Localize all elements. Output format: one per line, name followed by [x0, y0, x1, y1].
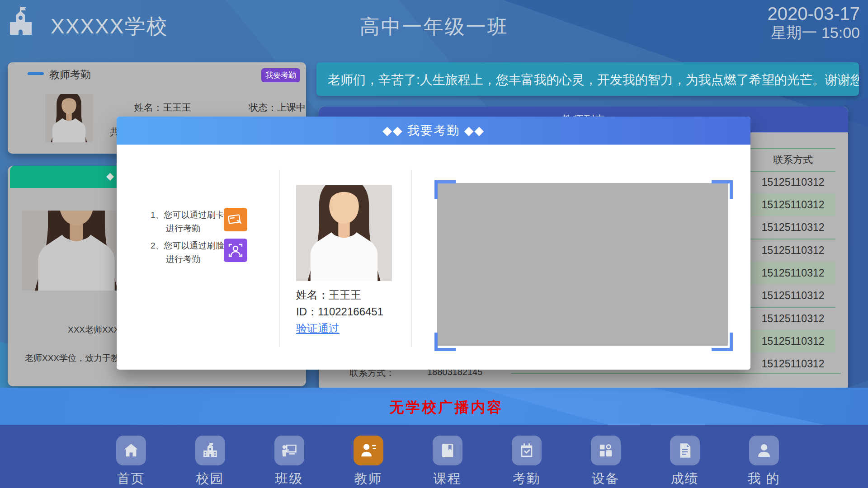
- datetime: 2020-03-17 星期一 15:00: [767, 4, 860, 42]
- broadcast-text: 无学校广播内容: [0, 398, 868, 418]
- attendance-modal: ◆◆ 我要考勤 ◆◆ 1、您可以通过刷卡 进行考勤 2、您可以通过刷脸 进行考勤: [117, 117, 750, 370]
- instruction-2: 2、您可以通过刷脸 进行考勤: [151, 239, 224, 266]
- nav-item-home[interactable]: 首页: [91, 425, 170, 488]
- table-row[interactable]: 15125110312: [750, 193, 835, 216]
- broadcast-bar: 无学校广播内容: [0, 388, 868, 425]
- teacher-status: 状态：上课中: [249, 101, 306, 114]
- camera-bracket: [434, 333, 456, 351]
- devices-icon: [596, 441, 615, 460]
- verified-teacher-info: 姓名：王王王 ID：11022166451 验证通过: [296, 286, 383, 337]
- camera-bracket: [712, 180, 733, 199]
- courses-icon: [438, 441, 457, 460]
- table-row[interactable]: 15125110312: [750, 307, 835, 330]
- modal-title: ◆◆ 我要考勤 ◆◆: [117, 117, 750, 145]
- nav-item-attendance[interactable]: 考勤: [487, 425, 566, 488]
- camera-bracket: [434, 180, 456, 199]
- nav-item-grades[interactable]: 成绩: [645, 425, 724, 488]
- column-header-contact: 联系方式: [750, 149, 835, 171]
- table-row[interactable]: 15125110312: [750, 262, 835, 284]
- table-row[interactable]: 15125110312: [750, 352, 835, 375]
- class-icon: [280, 441, 299, 460]
- grades-icon: [675, 441, 694, 460]
- teacher-name: 姓名：王王王: [134, 101, 191, 114]
- camera-preview-area: [437, 183, 728, 346]
- diamond-icon: ◆: [106, 170, 114, 182]
- nav-item-devices[interactable]: 设备: [566, 425, 645, 488]
- instruction-1: 1、您可以通过刷卡 进行考勤: [151, 208, 224, 235]
- table-row[interactable]: 15125110312: [750, 171, 835, 193]
- nav-item-class[interactable]: 班级: [250, 425, 329, 488]
- attendance-icon: [517, 441, 536, 460]
- weekday-time-text: 星期一 15:00: [767, 23, 860, 42]
- panel-title: 教师考勤: [49, 68, 91, 82]
- teacher-message-bar: 老师们，辛苦了:人生旅程上，您丰富我的心灵，开发我的智力，为我点燃了希望的光芒。…: [316, 62, 859, 96]
- intro-line: 老师XXX学位，致力于教育: [25, 352, 128, 364]
- modal-teacher-id: ID：11022166451: [296, 303, 383, 320]
- table-row[interactable]: 15125110312: [750, 216, 835, 239]
- bottom-nav: 首页 校园 班级: [0, 425, 868, 488]
- verified-teacher-photo: [296, 185, 392, 281]
- profile-icon: [755, 441, 774, 460]
- home-icon: [122, 441, 141, 460]
- table-row[interactable]: 15125110312: [750, 330, 835, 352]
- face-scan-icon: [224, 239, 247, 262]
- nav-item-teacher[interactable]: 教师: [329, 425, 408, 488]
- message-text: 老师们，辛苦了:人生旅程上，您丰富我的心灵，开发我的智力，为我点燃了希望的光芒。…: [328, 71, 859, 89]
- app-root: XXXXX学校 高中一年级一班 2020-03-17 星期一 15:00 教师考…: [0, 0, 868, 488]
- nav-item-profile[interactable]: 我 的: [724, 425, 803, 488]
- attend-button[interactable]: 我要考勤: [261, 68, 300, 82]
- camera-bracket: [712, 333, 733, 351]
- teacher-icon: [359, 441, 378, 460]
- nav-item-campus[interactable]: 校园: [170, 425, 250, 488]
- table-row[interactable]: 15125110312: [750, 284, 835, 307]
- card-swipe-icon: [224, 208, 247, 231]
- divider: [279, 169, 280, 347]
- divider: [411, 169, 412, 347]
- teacher-photo-large: [22, 211, 131, 291]
- table-row[interactable]: 15125110312: [750, 239, 835, 262]
- page-title: 高中一年级一班: [0, 14, 868, 40]
- campus-icon: [201, 441, 220, 460]
- modal-teacher-name: 姓名：王王王: [296, 286, 383, 303]
- teacher-photo: [45, 94, 93, 142]
- nav-item-courses[interactable]: 课程: [408, 425, 487, 488]
- verify-status-link[interactable]: 验证通过: [296, 320, 383, 337]
- date-text: 2020-03-17: [767, 4, 860, 23]
- title-dash: [28, 72, 44, 75]
